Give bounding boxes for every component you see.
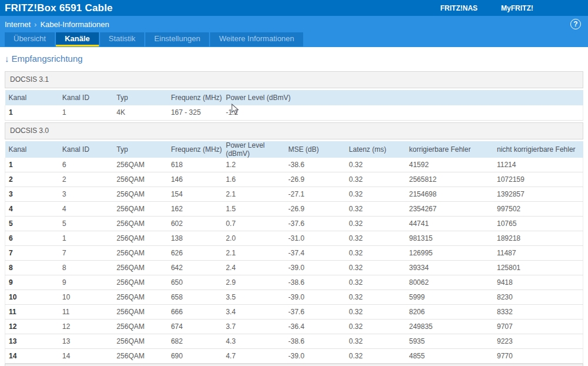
table-cell: -37.6	[285, 217, 346, 231]
column-header: Typ	[113, 90, 167, 105]
app-title: FRITZ!Box 6591 Cable	[5, 2, 113, 14]
table-row: 16256QAM6181.2-38.60.324159211214	[5, 158, 583, 172]
table-row: 1313256QAM6824.3-38.60.3259359223	[5, 334, 583, 349]
tab-weitere-informationen[interactable]: Weitere Informationen	[210, 32, 303, 46]
table-row: 61256QAM1382.0-31.00.32981315189218	[5, 231, 583, 246]
table-cell: 13	[59, 334, 113, 349]
table-cell: 690	[167, 349, 222, 364]
table-cell: 256QAM	[113, 305, 167, 320]
table-cell: 256QAM	[113, 231, 167, 246]
table-cell: 41592	[406, 158, 493, 172]
column-header: Frequenz (MHz)	[167, 90, 222, 105]
table-cell: 2354267	[406, 202, 493, 217]
help-icon[interactable]: ?	[570, 19, 581, 29]
table-cell: -26.9	[285, 202, 346, 217]
table-row: 44256QAM1621.5-26.90.322354267997502	[5, 202, 583, 217]
table-cell: -26.9	[285, 172, 346, 187]
table-cell: 674	[167, 320, 222, 334]
table-cell: 626	[167, 246, 222, 261]
table-header-row: KanalKanal IDTypFrequenz (MHz)Power Leve…	[5, 90, 583, 105]
table-cell: 2.9	[222, 275, 285, 290]
nav-link-myfritz[interactable]: MyFRITZ!	[501, 4, 533, 12]
table-cell: -39.0	[285, 349, 346, 364]
column-header: Frequenz (MHz)	[167, 141, 222, 158]
table-cell: 256QAM	[113, 158, 167, 172]
table-cell: 6	[5, 231, 59, 246]
table-cell: 1.5	[222, 202, 285, 217]
table-cell: 10765	[493, 217, 583, 231]
table-cell: 44741	[406, 217, 493, 231]
breadcrumb: Internet › Kabel-Informationen ?	[0, 16, 588, 32]
table-cell: 146	[167, 172, 222, 187]
table-cell: -38.6	[285, 158, 346, 172]
tab-kanaele[interactable]: Kanäle	[56, 32, 99, 46]
table-cell: 642	[167, 261, 222, 275]
table-cell: 2.4	[222, 261, 285, 275]
table-cell: 618	[167, 158, 222, 172]
table-cell: 650	[167, 275, 222, 290]
main-content: ↓Empfangsrichtung DOCSIS 3.1 KanalKanal …	[0, 47, 588, 366]
table-cell: 3	[5, 187, 59, 202]
table-cell: 256QAM	[113, 320, 167, 334]
table-row: 33256QAM1542.1-27.10.3221546981392857	[5, 187, 583, 202]
column-header: Latenz (ms)	[346, 141, 406, 158]
empfangsrichtung-link[interactable]: ↓Empfangsrichtung	[5, 54, 82, 64]
table-cell: 9770	[493, 349, 583, 364]
table-cell: 0.32	[346, 275, 406, 290]
table-cell: 3.7	[222, 320, 285, 334]
table-cell: 8332	[493, 305, 583, 320]
tab-statistik[interactable]: Statistik	[100, 32, 145, 46]
table-cell: 1.6	[222, 172, 285, 187]
table-cell: 2	[5, 172, 59, 187]
table-cell: 0.32	[346, 217, 406, 231]
table-cell: 2565812	[406, 172, 493, 187]
breadcrumb-separator: ›	[34, 20, 36, 29]
table-cell: 682	[167, 334, 222, 349]
table-cell: 0.32	[346, 246, 406, 261]
table-cell: 2154698	[406, 187, 493, 202]
column-header: Kanal	[5, 141, 59, 158]
table-cell: 4	[59, 202, 113, 217]
table-cell: 4855	[406, 349, 493, 364]
table-cell: 256QAM	[113, 217, 167, 231]
column-header: Kanal ID	[59, 90, 113, 105]
column-header: Kanal	[5, 90, 59, 105]
table-cell: -27.1	[285, 187, 346, 202]
table-cell: 10	[5, 290, 59, 305]
column-header: nicht korrigierbare Fehler	[493, 141, 583, 158]
table-cell: 14	[5, 349, 59, 364]
table-cell: 4K	[113, 105, 167, 120]
table-cell: 256QAM	[113, 334, 167, 349]
table-cell: 4.3	[222, 334, 285, 349]
section-header-docsis30: DOCSIS 3.0	[5, 122, 583, 139]
nav-link-fritznas[interactable]: FRITZ!NAS	[440, 4, 477, 12]
section-header-docsis31: DOCSIS 3.1	[5, 71, 583, 88]
table-row: 88256QAM6422.4-39.00.3239334125801	[5, 261, 583, 275]
table-cell: 4.7	[222, 349, 285, 364]
table-cell: 1392857	[493, 187, 583, 202]
table-cell: 11	[5, 305, 59, 320]
table-cell: 162	[167, 202, 222, 217]
tab-uebersicht[interactable]: Übersicht	[5, 32, 55, 46]
table-cell: 11487	[493, 246, 583, 261]
table-cell: -38.6	[285, 334, 346, 349]
table-cell: 4	[5, 202, 59, 217]
tab-einstellungen[interactable]: Einstellungen	[145, 32, 209, 46]
table-cell: 80062	[406, 275, 493, 290]
table-cell: 0.32	[346, 172, 406, 187]
table-cell: 189218	[493, 231, 583, 246]
table-cell: 602	[167, 217, 222, 231]
table-cell: 5	[5, 217, 59, 231]
channel-table-docsis30: KanalKanal IDTypFrequenz (MHz)Power Leve…	[5, 141, 583, 364]
table-cell: 2.1	[222, 246, 285, 261]
table-row: 77256QAM6262.1-37.40.3212699511487	[5, 246, 583, 261]
table-cell: 9	[5, 275, 59, 290]
table-row: 1010256QAM6583.5-39.00.3259998230	[5, 290, 583, 305]
table-cell: 7	[59, 246, 113, 261]
table-cell: 0.32	[346, 349, 406, 364]
breadcrumb-item-internet[interactable]: Internet	[5, 20, 31, 29]
table-cell: 125801	[493, 261, 583, 275]
table-cell: 0.32	[346, 202, 406, 217]
table-cell: 981315	[406, 231, 493, 246]
table-cell: 1	[5, 105, 59, 120]
